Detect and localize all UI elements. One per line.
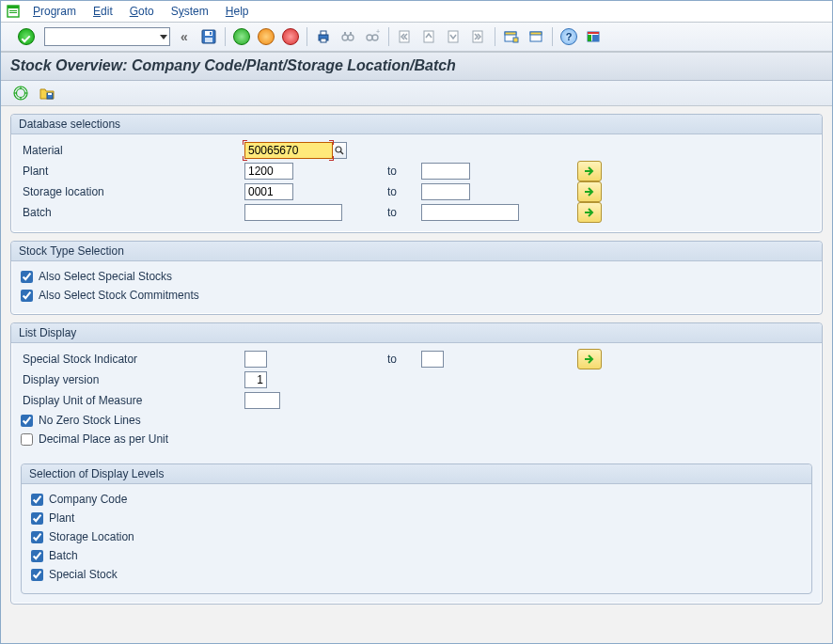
separator [552, 27, 553, 46]
menu-help[interactable]: Help [222, 3, 253, 20]
next-page-button[interactable] [444, 26, 464, 47]
checkbox-level-storage-location[interactable]: Storage Location [31, 527, 802, 546]
checkbox-level-company-code[interactable]: Company Code [31, 490, 802, 509]
checkbox-label: Batch [49, 549, 78, 562]
level-plant-input[interactable] [31, 512, 43, 525]
menu-system[interactable]: System [167, 3, 212, 20]
level-sloc-input[interactable] [31, 531, 43, 543]
svg-point-32 [17, 89, 25, 98]
to-label: to [387, 185, 416, 198]
enter-button[interactable] [16, 26, 37, 47]
ssi-high-input[interactable] [421, 351, 444, 368]
page-down-icon [447, 29, 462, 44]
to-label: to [387, 353, 416, 366]
sloc-multiple-selection-button[interactable] [577, 181, 602, 202]
help-button[interactable]: ? [558, 26, 579, 47]
checkbox-label: Plant [49, 511, 74, 525]
print-button[interactable] [313, 26, 334, 47]
checkbox-level-plant[interactable]: Plant [31, 509, 802, 527]
batch-label: Batch [21, 206, 239, 219]
checkbox-decimal-place[interactable]: Decimal Place as per Unit [21, 430, 812, 448]
batch-low-input[interactable] [244, 204, 342, 221]
display-version-input[interactable] [244, 371, 267, 388]
arrow-right-icon [583, 185, 596, 198]
arrow-right-icon [583, 206, 596, 219]
svg-rect-23 [505, 32, 516, 35]
checkbox-level-batch[interactable]: Batch [31, 546, 802, 565]
prev-page-button[interactable] [419, 26, 440, 47]
save-variant-button[interactable] [37, 83, 57, 103]
plant-high-input[interactable] [421, 163, 470, 180]
plant-multiple-selection-button[interactable] [577, 161, 602, 181]
storage-location-label: Storage location [21, 185, 239, 198]
plant-low-input[interactable] [244, 163, 293, 180]
window-menu-icon[interactable] [7, 5, 20, 18]
checkbox-stock-commitments[interactable]: Also Select Stock Commitments [21, 286, 812, 305]
svg-rect-14 [350, 32, 352, 35]
batch-high-input[interactable] [421, 204, 519, 221]
decimal-place-checkbox-input[interactable] [21, 433, 33, 446]
transaction-combo[interactable] [44, 27, 170, 46]
history-back-button[interactable]: « [174, 26, 195, 47]
binoculars-icon [340, 29, 355, 44]
svg-text:+: + [376, 29, 380, 35]
page-first-icon [398, 29, 413, 44]
display-uom-input[interactable] [244, 392, 280, 409]
level-batch-input[interactable] [31, 550, 43, 562]
plant-label: Plant [21, 165, 239, 178]
cancel-button[interactable] [280, 26, 301, 47]
svg-rect-26 [530, 32, 542, 35]
checkbox-label: Decimal Place as per Unit [39, 432, 168, 446]
svg-point-12 [348, 35, 354, 40]
execute-icon [13, 86, 28, 101]
svg-rect-24 [513, 38, 518, 42]
search-help-button[interactable] [333, 142, 347, 159]
material-input[interactable] [244, 142, 333, 159]
find-next-button[interactable]: + [362, 26, 383, 47]
separator [306, 27, 307, 46]
sloc-low-input[interactable] [244, 183, 293, 200]
first-page-button[interactable] [395, 26, 416, 47]
shortcut-button[interactable] [526, 26, 546, 47]
no-zero-stock-checkbox-input[interactable] [21, 415, 33, 427]
sloc-high-input[interactable] [421, 183, 470, 200]
system-toolbar: « [1, 23, 832, 52]
row-special-stock-indicator: Special Stock Indicator to [21, 349, 812, 369]
separator [225, 27, 226, 46]
menu-edit[interactable]: Edit [89, 3, 117, 20]
checkbox-label: No Zero Stock Lines [39, 414, 141, 427]
level-special-stock-input[interactable] [31, 569, 43, 581]
stock-commitments-checkbox-input[interactable] [21, 290, 33, 302]
folder-save-icon [39, 86, 55, 101]
checkbox-level-special-stock[interactable]: Special Stock [31, 565, 802, 584]
to-label: to [387, 165, 416, 178]
level-company-code-input[interactable] [31, 494, 43, 506]
ssi-multiple-selection-button[interactable] [577, 349, 602, 369]
arrow-right-icon [583, 353, 596, 366]
ssi-low-input[interactable] [244, 351, 267, 368]
save-button[interactable] [198, 26, 219, 47]
special-stocks-checkbox-input[interactable] [21, 271, 33, 283]
customize-button[interactable] [583, 26, 604, 47]
back-button[interactable] [231, 26, 252, 47]
group-stock-type-selection: Stock Type Selection Also Select Special… [10, 241, 823, 315]
page-last-icon [471, 29, 486, 44]
arrow-right-icon [583, 165, 596, 178]
exit-button[interactable] [256, 26, 276, 47]
group-list-display: List Display Special Stock Indicator to … [10, 322, 823, 605]
find-button[interactable] [338, 26, 358, 47]
exit-icon [258, 28, 275, 45]
new-session-button[interactable] [501, 26, 522, 47]
new-window-icon [504, 29, 519, 44]
execute-button[interactable] [10, 83, 31, 103]
svg-point-15 [367, 35, 372, 40]
page-up-icon [422, 29, 437, 44]
sap-window: Program Edit Goto System Help « [0, 0, 833, 644]
last-page-button[interactable] [468, 26, 489, 47]
row-display-uom: Display Unit of Measure [21, 390, 812, 411]
checkbox-special-stocks[interactable]: Also Select Special Stocks [21, 267, 812, 286]
batch-multiple-selection-button[interactable] [577, 202, 602, 223]
menu-program[interactable]: Program [29, 3, 80, 20]
checkbox-no-zero-stock[interactable]: No Zero Stock Lines [21, 411, 812, 430]
menu-goto[interactable]: Goto [126, 3, 158, 20]
